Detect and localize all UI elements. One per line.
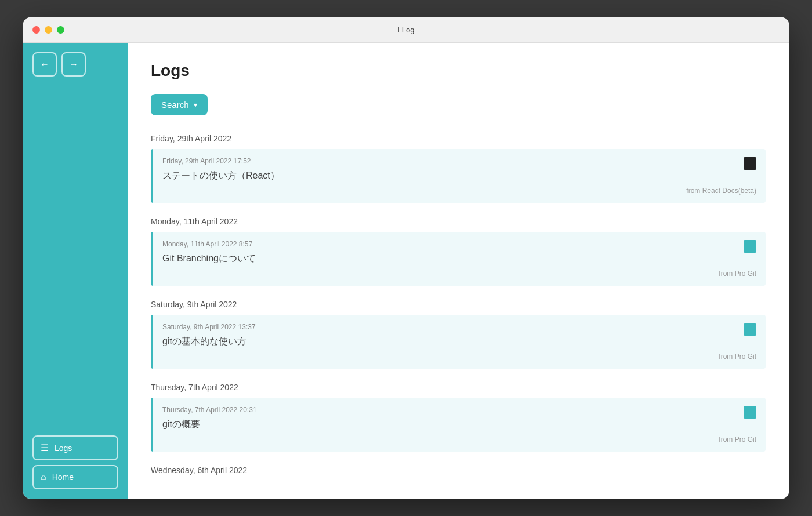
log-color-swatch [744,157,756,170]
window-controls [32,26,64,34]
log-timestamp: Friday, 29th April 2022 17:52 [162,157,251,165]
date-heading: Wednesday, 6th April 2022 [151,466,766,475]
log-card[interactable]: Friday, 29th April 2022 17:52ステートの使い方（Re… [151,149,766,203]
date-group-2: Saturday, 9th April 2022Saturday, 9th Ap… [151,300,766,369]
date-group-0: Friday, 29th April 2022Friday, 29th Apri… [151,134,766,203]
sidebar: ← → ☰ Logs ⌂ Home [23,43,128,499]
content-area: Logs Search ▾ Friday, 29th April 2022Fri… [128,43,789,499]
log-card[interactable]: Saturday, 9th April 2022 13:37gitの基本的な使い… [151,315,766,369]
sidebar-bottom: ☰ Logs ⌂ Home [23,426,128,499]
date-heading: Saturday, 9th April 2022 [151,300,766,309]
sidebar-item-home-label: Home [52,473,74,482]
back-button[interactable]: ← [32,52,57,77]
minimize-button[interactable] [45,26,52,34]
maximize-button[interactable] [57,26,64,34]
log-source: from React Docs(beta) [162,187,756,195]
chevron-down-icon: ▾ [194,101,197,109]
main-layout: ← → ☰ Logs ⌂ Home Logs Search ▾ [23,43,789,499]
app-window: LLog ← → ☰ Logs ⌂ Home Logs [23,17,789,499]
log-card-header: Monday, 11th April 2022 8:57 [162,240,756,253]
close-button[interactable] [32,26,40,34]
window-title: LLog [398,26,415,34]
home-icon: ⌂ [41,472,46,482]
log-color-swatch [744,323,756,336]
log-source: from Pro Git [162,270,756,278]
date-heading: Thursday, 7th April 2022 [151,383,766,392]
log-source: from Pro Git [162,353,756,361]
sidebar-item-logs[interactable]: ☰ Logs [32,435,118,460]
log-timestamp: Saturday, 9th April 2022 13:37 [162,323,256,331]
log-groups-container: Friday, 29th April 2022Friday, 29th Apri… [151,134,766,475]
date-group-4: Wednesday, 6th April 2022 [151,466,766,475]
forward-button[interactable]: → [61,52,86,77]
sidebar-item-logs-label: Logs [55,444,72,453]
logs-icon: ☰ [41,442,49,453]
log-entry-title: ステートの使い方（React） [162,170,756,182]
log-card[interactable]: Thursday, 7th April 2022 20:31gitの概要from… [151,398,766,452]
titlebar: LLog [23,17,789,43]
log-entry-title: gitの概要 [162,419,756,431]
log-entry-title: gitの基本的な使い方 [162,336,756,348]
log-timestamp: Thursday, 7th April 2022 20:31 [162,406,257,414]
date-group-1: Monday, 11th April 2022Monday, 11th Apri… [151,217,766,286]
date-group-3: Thursday, 7th April 2022Thursday, 7th Ap… [151,383,766,452]
log-card[interactable]: Monday, 11th April 2022 8:57Git Branchin… [151,232,766,286]
sidebar-item-home[interactable]: ⌂ Home [32,465,118,489]
log-timestamp: Monday, 11th April 2022 8:57 [162,240,252,248]
sidebar-nav-top: ← → [23,43,128,86]
page-title: Logs [151,61,766,80]
date-heading: Monday, 11th April 2022 [151,217,766,226]
log-card-header: Saturday, 9th April 2022 13:37 [162,323,756,336]
log-card-header: Friday, 29th April 2022 17:52 [162,157,756,170]
log-card-header: Thursday, 7th April 2022 20:31 [162,406,756,419]
log-color-swatch [744,406,756,419]
date-heading: Friday, 29th April 2022 [151,134,766,143]
log-entry-title: Git Branchingについて [162,253,756,265]
log-source: from Pro Git [162,435,756,444]
search-button[interactable]: Search ▾ [151,94,208,115]
search-button-label: Search [161,100,189,110]
log-color-swatch [744,240,756,253]
